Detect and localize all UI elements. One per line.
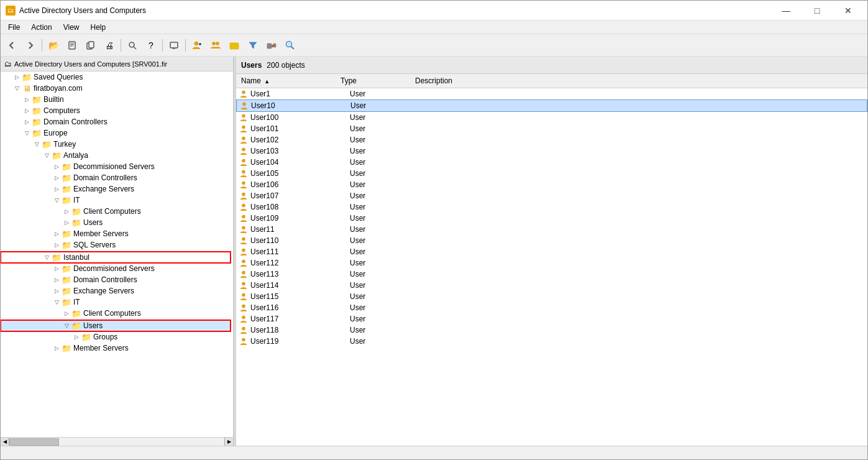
tree-item-decom-antalya[interactable]: ▷ 📁 Decommisioned Servers [1,161,233,172]
expand-turkey[interactable]: ▽ [32,139,42,149]
search-button[interactable] [124,37,141,54]
delegate-button[interactable] [263,37,280,54]
tree-item-users-antalya[interactable]: ▷ 📁 Users [1,217,233,228]
list-row[interactable]: User100User [236,112,867,123]
tree-item-it-istanbul[interactable]: ▽ 📁 IT [1,297,233,308]
hscroll-thumb[interactable] [9,438,59,446]
list-body[interactable]: User1User User10User User100User User101… [236,88,867,446]
expand-member-istanbul[interactable]: ▷ [52,343,62,353]
expand-member-antalya[interactable]: ▷ [52,229,62,239]
maximize-button[interactable]: □ [803,1,831,21]
copy-button[interactable] [82,37,99,54]
list-row[interactable]: User102User [236,134,867,145]
expand-it-antalya[interactable]: ▽ [52,195,62,205]
tree-item-users-istanbul[interactable]: ▽ 📁 Users [1,320,231,331]
tree-item-istanbul[interactable]: ▽ 📁 Istanbul [1,252,231,263]
expand-decom-istanbul[interactable]: ▷ [52,264,62,274]
expand-dc-top[interactable]: ▷ [22,117,32,127]
hscroll-left[interactable]: ◀ [1,438,9,446]
tree-item-it-antalya[interactable]: ▽ 📁 IT [1,195,233,206]
list-row[interactable]: User115User [236,291,867,302]
list-row[interactable]: User104User [236,157,867,168]
expand-computers[interactable]: ▷ [22,106,32,116]
expand-groups-istanbul[interactable]: ▷ [71,332,81,342]
tree-item-exchange-antalya[interactable]: ▷ 📁 Exchange Servers [1,183,233,195]
expand-client-antalya[interactable]: ▷ [62,206,71,216]
tree-item-decom-istanbul[interactable]: ▷ 📁 Decommisioned Servers [1,263,233,274]
tree-item-client-antalya[interactable]: ▷ 📁 Client Computers [1,206,233,217]
back-button[interactable] [3,37,21,54]
list-row[interactable]: User111User [236,246,867,257]
new-user-button[interactable] [188,37,206,54]
folder-open-button[interactable]: 📂 [45,37,62,54]
tree-item-member-istanbul[interactable]: ▷ 📁 Member Servers [1,343,233,354]
tree-item-client-istanbul[interactable]: ▷ 📁 Client Computers [1,308,233,319]
list-row[interactable]: User101User [236,123,867,134]
expand-saved-queries[interactable]: ▷ [12,72,22,82]
list-row[interactable]: User106User [236,179,867,190]
expand-client-istanbul[interactable]: ▷ [62,308,71,318]
list-row[interactable]: User10User [236,99,867,112]
tree-item-dc-top[interactable]: ▷ 📁 Domain Controllers [1,116,233,127]
menu-help[interactable]: Help [86,22,111,33]
new-group-button[interactable] [207,37,224,54]
expand-builtin[interactable]: ▷ [22,94,32,104]
expand-dc-istanbul[interactable]: ▷ [52,275,62,285]
new-ou-button[interactable] [226,37,243,54]
list-row[interactable]: User119User [236,336,867,347]
minimize-button[interactable]: — [772,1,800,21]
col-header-name[interactable]: Name ▲ [239,75,338,86]
expand-istanbul[interactable]: ▽ [42,252,52,262]
find-button[interactable] [281,37,299,54]
print-button[interactable]: 🖨 [101,37,118,54]
list-row[interactable]: User108User [236,201,867,213]
tree-item-member-antalya[interactable]: ▷ 📁 Member Servers [1,228,233,239]
tree-item-groups-istanbul[interactable]: ▷ 📁 Groups [1,331,233,343]
tree-item-builtin[interactable]: ▷ 📁 Builtin [1,94,233,105]
list-row[interactable]: User105User [236,168,867,179]
list-row[interactable]: User116User [236,302,867,313]
expand-users-antalya[interactable]: ▷ [62,218,71,228]
list-row[interactable]: User110User [236,235,867,246]
expand-firatboyan[interactable]: ▽ [12,83,22,93]
tree-hscroll[interactable]: ◀ ▶ [1,437,233,446]
tree-item-turkey[interactable]: ▽ 📁 Turkey [1,139,233,150]
tree-item-sql-antalya[interactable]: ▷ 📁 SQL Servers [1,239,233,251]
tree-item-dc-antalya[interactable]: ▷ 📁 Domain Controllers [1,172,233,183]
list-row[interactable]: User117User [236,313,867,324]
list-row[interactable]: User11User [236,224,867,235]
list-row[interactable]: User118User [236,324,867,336]
tree-item-saved-queries[interactable]: ▷ 📁 Saved Queries [1,71,233,83]
expand-sql-antalya[interactable]: ▷ [52,240,62,250]
forward-button[interactable] [22,37,39,54]
properties-button[interactable] [63,37,81,54]
tree-item-firatboyan[interactable]: ▽ 🖥 firatboyan.com [1,83,233,94]
list-row[interactable]: User109User [236,213,867,224]
close-button[interactable]: ✕ [834,1,862,21]
col-header-type[interactable]: Type [338,75,413,86]
tree-item-dc-istanbul[interactable]: ▷ 📁 Domain Controllers [1,274,233,285]
menu-file[interactable]: File [3,22,25,33]
list-row[interactable]: User112User [236,257,867,269]
tree-content[interactable]: ▷ 📁 Saved Queries ▽ 🖥 firatboyan.com ▷ [1,71,233,437]
expand-antalya[interactable]: ▽ [42,150,52,160]
filter-button[interactable] [244,37,262,54]
hscroll-track[interactable] [9,438,224,446]
list-row[interactable]: User113User [236,269,867,280]
menu-view[interactable]: View [58,22,85,33]
expand-exchange-istanbul[interactable]: ▷ [52,286,62,296]
expand-decom-antalya[interactable]: ▷ [52,162,62,172]
menu-action[interactable]: Action [26,22,57,33]
list-row[interactable]: User114User [236,280,867,291]
console-button[interactable] [165,37,183,54]
hscroll-right[interactable]: ▶ [224,438,233,446]
expand-exchange-antalya[interactable]: ▷ [52,184,62,194]
col-header-description[interactable]: Description [413,75,855,86]
expand-europe[interactable]: ▽ [22,128,32,138]
list-row[interactable]: User107User [236,190,867,201]
expand-users-istanbul[interactable]: ▽ [62,321,71,331]
tree-item-antalya[interactable]: ▽ 📁 Antalya [1,150,233,161]
list-row[interactable]: User103User [236,145,867,157]
expand-dc-antalya[interactable]: ▷ [52,173,62,183]
help-button[interactable]: ? [142,37,160,54]
